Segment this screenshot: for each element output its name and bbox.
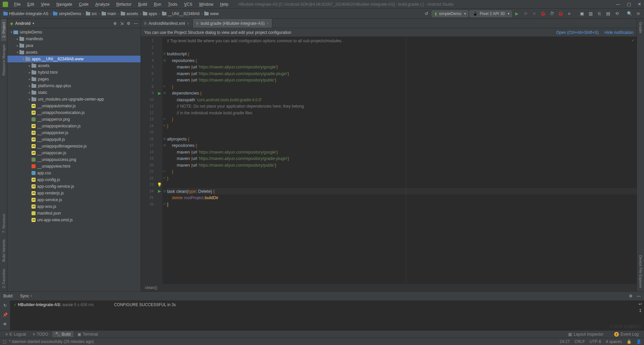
- intention-bulb-icon[interactable]: 💡: [157, 182, 162, 187]
- maximize-icon[interactable]: ▢: [627, 2, 631, 7]
- code-line-26[interactable]: }: [167, 201, 637, 208]
- tab-event-log[interactable]: 2 Event Log: [611, 331, 641, 337]
- tool-tab-project[interactable]: 1: Project: [1, 19, 6, 41]
- tree-file-6[interactable]: __uniappquillimageresize.js: [7, 143, 141, 150]
- breadcrumb-2[interactable]: src: [85, 11, 98, 16]
- menu-vcs[interactable]: VCS: [181, 2, 196, 7]
- menu-navigate[interactable]: Navigate: [53, 2, 75, 7]
- device-combo[interactable]: 📱Pixel 2 API 30: [470, 10, 512, 17]
- build-output[interactable]: CONFIGURE SUCCESSFUL in 3s ↩ ↧ CSDN @编程社: [111, 300, 644, 330]
- fold-toggle[interactable]: ⊟: [162, 51, 167, 57]
- search-icon[interactable]: 🔍: [626, 10, 633, 17]
- menu-tools[interactable]: Tools: [165, 2, 181, 7]
- inspections-icon[interactable]: 👤: [636, 339, 641, 344]
- fold-toggle[interactable]: ⊟: [162, 142, 167, 149]
- code-line-19[interactable]: maven {url 'https://maven.aliyun.com/rep…: [167, 155, 637, 162]
- line-separator[interactable]: CRLF: [575, 339, 585, 344]
- menu-analyze[interactable]: Analyze: [92, 2, 113, 7]
- tree-file-0[interactable]: __uniappautomator.js: [7, 103, 141, 109]
- code-line-25[interactable]: delete rootProject.buildDir: [167, 194, 637, 201]
- tree-file-10[interactable]: app.css: [7, 170, 141, 176]
- expand-icon[interactable]: ▸: [28, 98, 32, 101]
- close-tab-icon[interactable]: ×: [187, 21, 189, 25]
- tool-tab-build-variants[interactable]: Build Variants: [1, 236, 6, 265]
- breadcrumb-0[interactable]: HBuilder-Integrate-AS: [2, 11, 50, 16]
- fold-toggle[interactable]: [162, 149, 167, 156]
- expand-icon[interactable]: ▸: [28, 84, 32, 88]
- code-line-2[interactable]: [167, 44, 637, 51]
- open-project-structure-link[interactable]: Open (Ctrl+Alt+Shift+S): [556, 30, 598, 35]
- soft-wrap-icon[interactable]: ↩: [639, 302, 642, 306]
- tree-hybrid[interactable]: ▸hybrid.html: [7, 69, 141, 76]
- build-hide-icon[interactable]: —: [637, 294, 641, 298]
- breadcrumb-4[interactable]: assets: [119, 11, 140, 16]
- menu-file[interactable]: File: [11, 2, 24, 7]
- tree-file-7[interactable]: __uniappscan.js: [7, 150, 141, 156]
- tree-pages[interactable]: ▸pages: [7, 76, 141, 82]
- hide-tool-windows-icon[interactable]: ▢: [3, 339, 6, 344]
- file-encoding[interactable]: UTF-8: [590, 339, 601, 344]
- resource-manager-icon[interactable]: ⎗: [596, 10, 603, 17]
- menu-help[interactable]: Help: [217, 2, 232, 7]
- gradle-sync-icon[interactable]: ⟲: [613, 10, 621, 17]
- code-editor[interactable]: 1234567891011121314151617181920212223242…: [141, 37, 637, 284]
- indent-settings[interactable]: 4 spaces: [606, 339, 622, 344]
- dropdown-icon[interactable]: ▾: [33, 21, 34, 25]
- select-opened-file-icon[interactable]: ⊕: [113, 21, 117, 26]
- fold-toggle[interactable]: [162, 64, 167, 70]
- code-line-17[interactable]: repositories {: [167, 142, 637, 149]
- breadcrumb-1[interactable]: simpleDemo: [52, 11, 83, 16]
- fold-toggle[interactable]: [162, 38, 167, 44]
- apply-code-icon[interactable]: ≡: [531, 10, 538, 17]
- tree-file-16[interactable]: manifest.json: [7, 210, 141, 217]
- fold-toggle[interactable]: [162, 97, 167, 103]
- tree-assets[interactable]: ▾assets: [7, 49, 141, 56]
- code-line-16[interactable]: allprojects {: [167, 136, 637, 142]
- tree-static[interactable]: ▸static: [7, 89, 141, 96]
- sync-icon[interactable]: ↺: [423, 10, 430, 17]
- fold-toggle[interactable]: ⊢: [162, 83, 167, 90]
- tree-file-8[interactable]: __uniappsuccess.png: [7, 156, 141, 163]
- code-line-10[interactable]: classpath 'com.android.tools.build:gradl…: [167, 97, 637, 103]
- code-line-13[interactable]: }: [167, 116, 637, 123]
- minimize-icon[interactable]: —: [616, 2, 620, 7]
- tree-manifests[interactable]: ▸manifests: [7, 36, 141, 42]
- expand-icon[interactable]: ▸: [15, 44, 19, 47]
- tree-file-17[interactable]: uni-app-view.umd.js: [7, 217, 141, 223]
- fold-toggle[interactable]: ⊟: [162, 90, 167, 97]
- close-icon[interactable]: ✕: [638, 2, 641, 7]
- fold-toggle[interactable]: ⊢: [162, 175, 167, 182]
- expand-icon[interactable]: ▾: [21, 57, 25, 61]
- avd-icon[interactable]: ▣: [578, 10, 586, 17]
- sync-tab[interactable]: Sync ×: [17, 293, 35, 299]
- build-settings-icon[interactable]: ⚙: [629, 294, 633, 298]
- tree-file-11[interactable]: app-config.js: [7, 176, 141, 183]
- fold-toggle[interactable]: [162, 194, 167, 201]
- expand-icon[interactable]: ▾: [9, 31, 13, 34]
- code-line-21[interactable]: }: [167, 168, 637, 175]
- tree-file-2[interactable]: __uniapperror.png: [7, 116, 141, 123]
- tree-java[interactable]: ▸java: [7, 42, 141, 49]
- code-line-7[interactable]: maven {url 'https://maven.aliyun.com/rep…: [167, 77, 637, 83]
- breadcrumb-5[interactable]: apps: [142, 11, 159, 16]
- tree-root[interactable]: ▾simpleDemo: [7, 29, 141, 36]
- tool-tab-resource-manager[interactable]: Resource Manager: [1, 41, 6, 79]
- expand-icon[interactable]: ▸: [28, 91, 32, 94]
- menu-window[interactable]: Window: [196, 2, 217, 7]
- expand-icon[interactable]: ▸: [28, 77, 32, 81]
- tab-layout-inspector[interactable]: ▦ Layout Inspector: [566, 331, 606, 337]
- tab-terminal[interactable]: ▣ Terminal: [75, 331, 101, 337]
- code-line-3[interactable]: buildscript {: [167, 51, 637, 57]
- code-line-24[interactable]: task clean(type: Delete) {: [167, 188, 637, 195]
- code-line-18[interactable]: maven {url 'https://maven.aliyun.com/rep…: [167, 149, 637, 156]
- menu-code[interactable]: Code: [75, 2, 92, 7]
- fold-toggle[interactable]: ⊢: [162, 123, 167, 129]
- fold-toggle[interactable]: ⊟: [162, 57, 167, 64]
- breadcrumb-3[interactable]: main: [100, 11, 117, 16]
- tab-build[interactable]: 🔨 Build: [52, 331, 73, 337]
- code-line-23[interactable]: [167, 181, 637, 188]
- fold-toggle[interactable]: [162, 70, 167, 77]
- expand-all-icon[interactable]: ⇲: [120, 21, 123, 26]
- project-tree[interactable]: ▾simpleDemo▸manifests▸java▾assets▾apps._…: [7, 28, 141, 291]
- layout-inspector-icon[interactable]: ▤: [604, 10, 612, 17]
